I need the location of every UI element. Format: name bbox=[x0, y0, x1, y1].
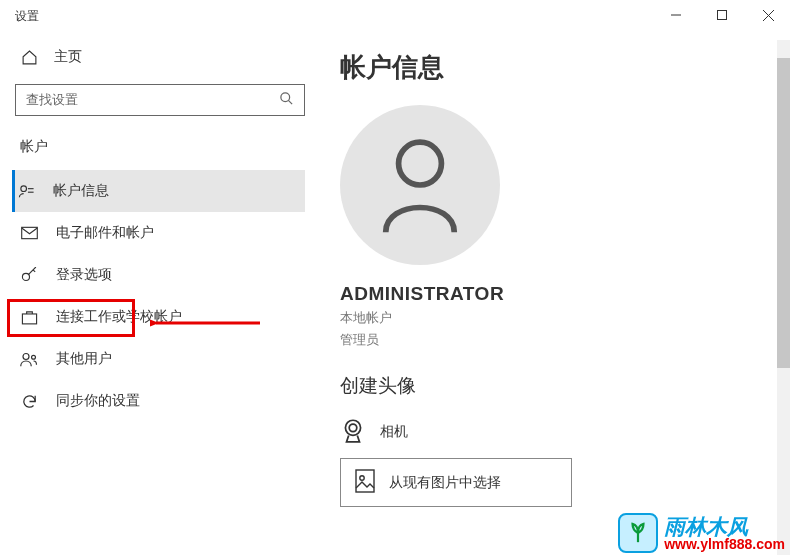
sync-icon bbox=[20, 393, 38, 410]
search-input[interactable]: 查找设置 bbox=[15, 84, 305, 116]
sidebar: 主页 查找设置 帐户 帐户信息 电子邮件和帐户 登录选项 连接工作或学校帐户 bbox=[0, 40, 320, 422]
sidebar-section-title: 帐户 bbox=[15, 134, 305, 170]
browse-label: 从现有图片中选择 bbox=[389, 474, 501, 492]
close-button[interactable] bbox=[745, 0, 791, 30]
home-label: 主页 bbox=[54, 48, 82, 66]
sidebar-home[interactable]: 主页 bbox=[15, 40, 305, 74]
svg-rect-19 bbox=[356, 470, 374, 492]
minimize-button[interactable] bbox=[653, 0, 699, 30]
watermark-logo bbox=[618, 513, 658, 553]
watermark-brand: 雨林木风 bbox=[664, 516, 785, 537]
annotation-arrow bbox=[150, 313, 270, 333]
mail-icon bbox=[20, 226, 38, 240]
sidebar-item-sync-settings[interactable]: 同步你的设置 bbox=[15, 380, 305, 422]
account-type: 本地帐户 bbox=[340, 309, 781, 327]
scrollbar-thumb[interactable] bbox=[777, 58, 790, 368]
camera-label: 相机 bbox=[380, 423, 408, 441]
person-card-icon bbox=[17, 183, 35, 200]
key-icon bbox=[20, 267, 38, 284]
svg-point-18 bbox=[349, 424, 357, 432]
svg-rect-1 bbox=[718, 11, 727, 20]
annotation-highlight-box bbox=[7, 299, 135, 337]
watermark: 雨林木风 www.ylmf888.com bbox=[618, 513, 785, 553]
home-icon bbox=[20, 49, 38, 66]
svg-point-6 bbox=[20, 185, 26, 191]
search-placeholder: 查找设置 bbox=[26, 91, 78, 109]
picture-icon bbox=[355, 469, 375, 496]
account-role: 管理员 bbox=[340, 331, 781, 349]
svg-point-20 bbox=[360, 476, 364, 480]
watermark-url: www.ylmf888.com bbox=[664, 537, 785, 551]
sidebar-item-email-accounts[interactable]: 电子邮件和帐户 bbox=[15, 212, 305, 254]
sidebar-item-label: 帐户信息 bbox=[53, 182, 109, 200]
main-content: 帐户信息 ADMINISTRATOR 本地帐户 管理员 创建头像 相机 从现有图… bbox=[340, 50, 781, 507]
svg-point-4 bbox=[281, 93, 290, 102]
sidebar-item-other-users[interactable]: 其他用户 bbox=[15, 338, 305, 380]
svg-point-14 bbox=[23, 353, 29, 359]
sidebar-item-signin-options[interactable]: 登录选项 bbox=[15, 254, 305, 296]
sidebar-item-account-info[interactable]: 帐户信息 bbox=[12, 170, 305, 212]
sidebar-item-label: 同步你的设置 bbox=[56, 392, 140, 410]
page-title: 帐户信息 bbox=[340, 50, 781, 85]
camera-option[interactable]: 相机 bbox=[340, 411, 781, 452]
sidebar-item-label: 电子邮件和帐户 bbox=[56, 224, 154, 242]
svg-point-17 bbox=[345, 420, 360, 435]
svg-rect-9 bbox=[21, 227, 37, 238]
svg-point-15 bbox=[32, 355, 36, 359]
camera-icon bbox=[340, 417, 366, 446]
window-controls bbox=[653, 0, 791, 30]
avatar-placeholder bbox=[340, 105, 500, 265]
svg-line-12 bbox=[33, 269, 35, 271]
browse-button[interactable]: 从现有图片中选择 bbox=[340, 458, 572, 507]
svg-point-16 bbox=[399, 142, 442, 185]
sidebar-item-label: 登录选项 bbox=[56, 266, 112, 284]
window-title: 设置 bbox=[15, 8, 39, 25]
create-avatar-heading: 创建头像 bbox=[340, 373, 781, 399]
people-icon bbox=[20, 351, 38, 368]
svg-line-5 bbox=[288, 100, 292, 104]
search-icon bbox=[279, 91, 294, 109]
maximize-button[interactable] bbox=[699, 0, 745, 30]
sidebar-item-label: 其他用户 bbox=[56, 350, 112, 368]
watermark-text: 雨林木风 www.ylmf888.com bbox=[664, 516, 785, 551]
account-username: ADMINISTRATOR bbox=[340, 283, 781, 305]
